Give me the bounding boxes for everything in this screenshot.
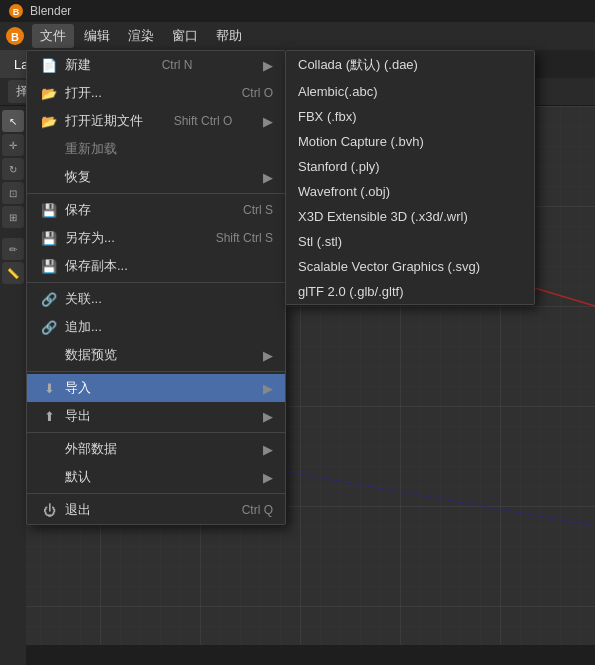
quit-icon: ⏻: [39, 503, 59, 518]
menu-item-open[interactable]: 📂 打开... Ctrl O: [27, 79, 285, 107]
import-label: 导入: [65, 379, 91, 397]
svg-label: Scalable Vector Graphics (.svg): [298, 259, 480, 274]
title-text: Blender: [30, 4, 71, 18]
submenu-stanford[interactable]: Stanford (.ply): [286, 154, 534, 179]
menu-item-import[interactable]: ⬇ 导入 ▶: [27, 374, 285, 402]
wavefront-label: Wavefront (.obj): [298, 184, 390, 199]
external-data-arrow: ▶: [263, 442, 273, 457]
blender-logo-icon: B: [8, 3, 24, 19]
menu-render[interactable]: 渲染: [120, 24, 162, 48]
save-label: 保存: [65, 201, 91, 219]
tool-scale[interactable]: ⊡: [2, 182, 24, 204]
menu-item-quit[interactable]: ⏻ 退出 Ctrl Q: [27, 496, 285, 524]
tool-move[interactable]: ✛: [2, 134, 24, 156]
menu-item-open-recent[interactable]: 📂 打开近期文件 Shift Ctrl O ▶: [27, 107, 285, 135]
menu-item-defaults[interactable]: 默认 ▶: [27, 463, 285, 491]
external-data-label: 外部数据: [65, 440, 117, 458]
menu-item-reload[interactable]: 重新加载: [27, 135, 285, 163]
save-copy-label: 保存副本...: [65, 257, 128, 275]
submenu-fbx[interactable]: FBX (.fbx): [286, 104, 534, 129]
svg-text:B: B: [13, 7, 20, 17]
submenu-wavefront[interactable]: Wavefront (.obj): [286, 179, 534, 204]
sep1: [27, 193, 285, 194]
export-arrow: ▶: [263, 409, 273, 424]
collada-label: Collada (默认) (.dae): [298, 56, 418, 74]
tool-transform[interactable]: ⊞: [2, 206, 24, 228]
blender-menu-logo: B: [4, 25, 26, 47]
menu-item-export[interactable]: ⬆ 导出 ▶: [27, 402, 285, 430]
menu-file[interactable]: 文件: [32, 24, 74, 48]
append-label: 追加...: [65, 318, 102, 336]
submenu-alembic[interactable]: Alembic(.abc): [286, 79, 534, 104]
submenu-collada[interactable]: Collada (默认) (.dae): [286, 51, 534, 79]
save-icon: 💾: [39, 203, 59, 218]
new-shortcut: Ctrl N: [162, 58, 193, 72]
sep2: [27, 282, 285, 283]
submenu-x3d[interactable]: X3D Extensible 3D (.x3d/.wrl): [286, 204, 534, 229]
data-preview-label: 数据预览: [65, 346, 117, 364]
menu-item-save[interactable]: 💾 保存 Ctrl S: [27, 196, 285, 224]
submenu-stl[interactable]: Stl (.stl): [286, 229, 534, 254]
menu-item-external-data[interactable]: 外部数据 ▶: [27, 435, 285, 463]
menu-help[interactable]: 帮助: [208, 24, 250, 48]
recover-arrow: ▶: [263, 170, 273, 185]
new-label: 新建: [65, 56, 91, 74]
export-label: 导出: [65, 407, 91, 425]
save-as-label: 另存为...: [65, 229, 115, 247]
quit-shortcut: Ctrl Q: [242, 503, 273, 517]
status-bar: [0, 645, 595, 665]
submenu-motion-capture[interactable]: Motion Capture (.bvh): [286, 129, 534, 154]
submenu-svg[interactable]: Scalable Vector Graphics (.svg): [286, 254, 534, 279]
save-shortcut: Ctrl S: [243, 203, 273, 217]
gltf-label: glTF 2.0 (.glb/.gltf): [298, 284, 403, 299]
tool-annotate[interactable]: ✏: [2, 238, 24, 260]
tool-measure[interactable]: 📏: [2, 262, 24, 284]
tool-rotate[interactable]: ↻: [2, 158, 24, 180]
defaults-label: 默认: [65, 468, 91, 486]
menu-window[interactable]: 窗口: [164, 24, 206, 48]
save-copy-icon: 💾: [39, 259, 59, 274]
save-as-icon: 💾: [39, 231, 59, 246]
open-recent-icon: 📂: [39, 114, 59, 129]
import-submenu: Collada (默认) (.dae) Alembic(.abc) FBX (.…: [285, 50, 535, 305]
open-label: 打开...: [65, 84, 102, 102]
export-icon: ⬆: [39, 409, 59, 424]
menu-item-data-preview[interactable]: 数据预览 ▶: [27, 341, 285, 369]
link-label: 关联...: [65, 290, 102, 308]
defaults-arrow: ▶: [263, 470, 273, 485]
link-icon: 🔗: [39, 292, 59, 307]
save-as-shortcut: Shift Ctrl S: [216, 231, 273, 245]
new-icon: 📄: [39, 58, 59, 73]
menu-item-link[interactable]: 🔗 关联...: [27, 285, 285, 313]
open-recent-arrow: ▶: [263, 114, 273, 129]
open-recent-label: 打开近期文件: [65, 112, 143, 130]
menu-item-new[interactable]: 📄 新建 Ctrl N ▶: [27, 51, 285, 79]
recover-label: 恢复: [65, 168, 91, 186]
sep3: [27, 371, 285, 372]
menu-item-save-as[interactable]: 💾 另存为... Shift Ctrl S: [27, 224, 285, 252]
quit-label: 退出: [65, 501, 91, 519]
open-recent-shortcut: Shift Ctrl O: [174, 114, 233, 128]
dropdown-menu: 📄 新建 Ctrl N ▶ 📂 打开... Ctrl O 📂 打开近期文件 Sh…: [26, 50, 286, 525]
menu-edit[interactable]: 编辑: [76, 24, 118, 48]
import-arrow: ▶: [263, 381, 273, 396]
menu-item-save-copy[interactable]: 💾 保存副本...: [27, 252, 285, 280]
left-toolbar: ↖ ✛ ↻ ⊡ ⊞ ✏ 📏: [0, 106, 26, 665]
motion-capture-label: Motion Capture (.bvh): [298, 134, 424, 149]
tool-cursor[interactable]: ↖: [2, 110, 24, 132]
svg-text:B: B: [11, 31, 19, 43]
menu-bar: B 文件 编辑 渲染 窗口 帮助: [0, 22, 595, 50]
title-bar: B Blender: [0, 0, 595, 22]
alembic-label: Alembic(.abc): [298, 84, 377, 99]
menu-item-append[interactable]: 🔗 追加...: [27, 313, 285, 341]
x3d-label: X3D Extensible 3D (.x3d/.wrl): [298, 209, 468, 224]
data-preview-arrow: ▶: [263, 348, 273, 363]
sep5: [27, 493, 285, 494]
import-icon: ⬇: [39, 381, 59, 396]
stl-label: Stl (.stl): [298, 234, 342, 249]
submenu-gltf[interactable]: glTF 2.0 (.glb/.gltf): [286, 279, 534, 304]
menu-item-recover[interactable]: 恢复 ▶: [27, 163, 285, 191]
new-arrow: ▶: [263, 58, 273, 73]
open-icon: 📂: [39, 86, 59, 101]
open-shortcut: Ctrl O: [242, 86, 273, 100]
